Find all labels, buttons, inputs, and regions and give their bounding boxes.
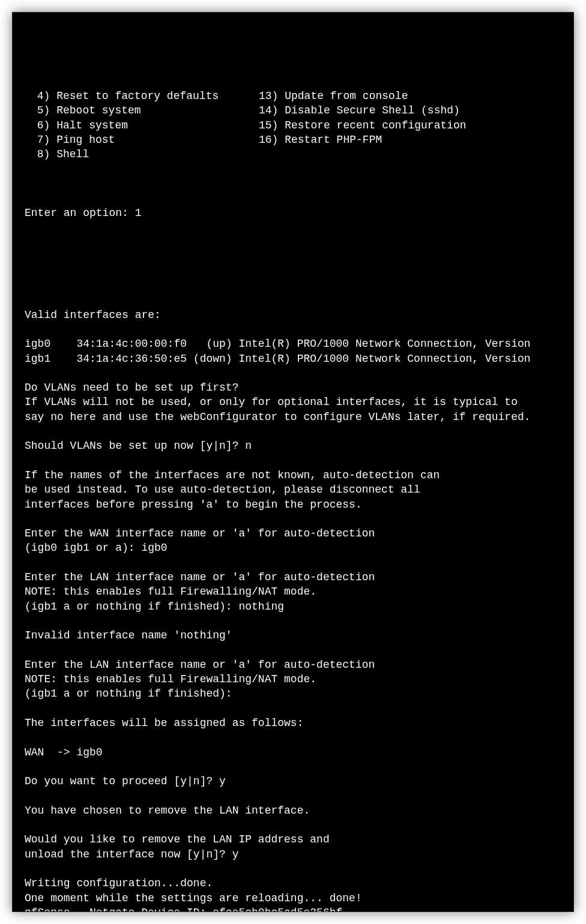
top-menu-right-line: 15) Restore recent configuration xyxy=(259,118,567,133)
transcript-line: unload the interface now [y|n]? y xyxy=(25,847,567,862)
console-screen[interactable]: 4) Reset to factory defaults 5) Reboot s… xyxy=(12,12,574,912)
transcript-line: You have chosen to remove the LAN interf… xyxy=(25,803,567,818)
transcript-line: igb1 34:1a:4c:36:50:e5 (down) Intel(R) P… xyxy=(25,352,567,366)
top-menu-left-line: 4) Reset to factory defaults xyxy=(31,89,259,103)
console-transcript: Valid interfaces are: igb0 34:1a:4c:00:0… xyxy=(25,278,567,912)
transcript-line: NOTE: this enables full Firewalling/NAT … xyxy=(25,672,567,686)
transcript-line: If VLANs will not be used, or only for o… xyxy=(25,395,567,409)
top-menu-left-line: 7) Ping host xyxy=(31,133,259,147)
transcript-line: Would you like to remove the LAN IP addr… xyxy=(25,832,567,847)
transcript-line xyxy=(25,512,567,526)
transcript-line xyxy=(25,366,567,380)
transcript-line xyxy=(25,454,567,468)
transcript-line: Enter the WAN interface name or 'a' for … xyxy=(25,526,567,541)
transcript-line xyxy=(25,730,567,745)
transcript-line: The interfaces will be assigned as follo… xyxy=(25,716,567,730)
top-menu-left-line: 5) Reboot system xyxy=(31,103,259,118)
transcript-line: If the names of the interfaces are not k… xyxy=(25,468,567,482)
transcript-line: WAN -> igb0 xyxy=(25,745,567,760)
top-menu-right-line: 13) Update from console xyxy=(259,89,567,103)
top-menu-right-col: 13) Update from console14) Disable Secur… xyxy=(259,89,567,161)
transcript-line xyxy=(25,788,567,803)
transcript-line: NOTE: this enables full Firewalling/NAT … xyxy=(25,584,567,599)
transcript-line: interfaces before pressing 'a' to begin … xyxy=(25,497,567,512)
transcript-line xyxy=(25,643,567,657)
transcript-line: (igb0 igb1 or a): igb0 xyxy=(25,541,567,555)
transcript-line xyxy=(25,818,567,832)
top-menu-left-col: 4) Reset to factory defaults 5) Reboot s… xyxy=(31,89,259,161)
top-menu-right-line: 16) Restart PHP-FPM xyxy=(259,133,567,147)
transcript-line: Do you want to proceed [y|n]? y xyxy=(25,774,567,788)
transcript-line xyxy=(25,322,567,337)
transcript-line: Valid interfaces are: xyxy=(25,308,567,322)
transcript-line: Enter the LAN interface name or 'a' for … xyxy=(25,658,567,672)
transcript-line xyxy=(25,760,567,774)
transcript-line xyxy=(25,424,567,439)
top-menu-left-line: 6) Halt system xyxy=(31,118,259,133)
transcript-line: Should VLANs be set up now [y|n]? n xyxy=(25,439,567,453)
transcript-line xyxy=(25,293,567,307)
transcript-line: (igb1 a or nothing if finished): nothing xyxy=(25,599,567,614)
transcript-line xyxy=(25,556,567,570)
transcript-line: Writing configuration...done. xyxy=(25,876,567,890)
transcript-line: igb0 34:1a:4c:00:00:f0 (up) Intel(R) PRO… xyxy=(25,337,567,351)
transcript-line: pfSense - Netgate Device ID: efce5cb0bc5… xyxy=(25,905,567,912)
transcript-line: (igb1 a or nothing if finished): xyxy=(25,686,567,701)
enter-option-line-1: Enter an option: 1 xyxy=(25,206,567,220)
transcript-line xyxy=(25,862,567,876)
top-menu-right-line: 14) Disable Secure Shell (sshd) xyxy=(259,103,567,118)
transcript-line: One moment while the settings are reload… xyxy=(25,891,567,905)
transcript-line: Do VLANs need to be set up first? xyxy=(25,380,567,395)
transcript-line xyxy=(25,278,567,293)
top-menu-right-line xyxy=(259,147,567,161)
top-menu: 4) Reset to factory defaults 5) Reboot s… xyxy=(25,89,567,161)
top-menu-left-line: 8) Shell xyxy=(31,147,259,161)
transcript-line: Invalid interface name 'nothing' xyxy=(25,628,567,643)
transcript-line: Enter the LAN interface name or 'a' for … xyxy=(25,570,567,584)
transcript-line xyxy=(25,701,567,716)
transcript-line: say no here and use the webConfigurator … xyxy=(25,410,567,424)
transcript-line xyxy=(25,614,567,628)
transcript-line: be used instead. To use auto-detection, … xyxy=(25,482,567,497)
